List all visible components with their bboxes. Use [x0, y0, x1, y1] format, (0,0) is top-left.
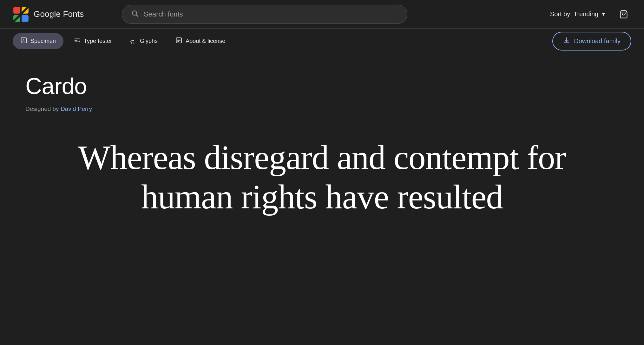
search-bar[interactable]: Search fonts: [122, 5, 407, 24]
tab-about[interactable]: About & license: [168, 33, 233, 49]
download-family-label: Download family: [574, 37, 621, 45]
tabs-bar: A Specimen Type tester A✱ ✦☆ Glyphs: [0, 29, 644, 54]
svg-text:A: A: [22, 39, 24, 43]
cart-button[interactable]: [616, 7, 631, 22]
download-family-button[interactable]: Download family: [552, 32, 631, 51]
search-placeholder: Search fonts: [144, 10, 398, 18]
header: Google Fonts Search fonts Sort by: Trend…: [0, 0, 644, 29]
tab-about-label: About & license: [186, 38, 225, 44]
tab-type-tester[interactable]: Type tester: [66, 33, 120, 49]
search-icon: [131, 10, 139, 19]
search-container[interactable]: Search fonts: [122, 5, 407, 24]
svg-rect-3: [22, 15, 29, 22]
google-logo-icon: [13, 6, 29, 23]
svg-rect-0: [13, 7, 20, 14]
tab-specimen[interactable]: A Specimen: [13, 33, 63, 49]
svg-text:✦☆: ✦☆: [130, 42, 135, 44]
logo-link[interactable]: Google Fonts: [13, 6, 114, 23]
specimen-text: Whereas disregard and contempt for human…: [38, 138, 606, 217]
glyphs-tab-icon: A✱ ✦☆: [130, 37, 137, 45]
type-tester-tab-icon: [74, 37, 81, 45]
designer-name-link[interactable]: David Perry: [61, 105, 92, 112]
cart-icon: [619, 10, 628, 19]
font-name: Cardo: [25, 73, 619, 99]
download-icon: [563, 37, 570, 45]
sort-by-button[interactable]: Sort by: Trending ▼: [550, 10, 606, 18]
tab-glyphs[interactable]: A✱ ✦☆ Glyphs: [122, 33, 165, 49]
tab-specimen-label: Specimen: [30, 38, 56, 44]
main-content: Cardo Designed by David Perry Whereas di…: [0, 54, 644, 236]
specimen-preview: Whereas disregard and contempt for human…: [25, 132, 619, 223]
sort-by-label: Sort by: Trending: [550, 10, 598, 18]
designer-line: Designed by David Perry: [25, 105, 619, 112]
header-right: Sort by: Trending ▼: [550, 7, 631, 22]
tab-glyphs-label: Glyphs: [140, 38, 158, 44]
about-tab-icon: [175, 37, 182, 45]
svg-line-7: [136, 15, 138, 17]
logo-text: Google Fonts: [34, 9, 84, 19]
sort-dropdown-arrow-icon: ▼: [601, 11, 606, 17]
specimen-tab-icon: A: [20, 37, 27, 45]
tab-type-tester-label: Type tester: [84, 38, 112, 44]
designed-by-prefix: Designed by: [25, 105, 61, 112]
